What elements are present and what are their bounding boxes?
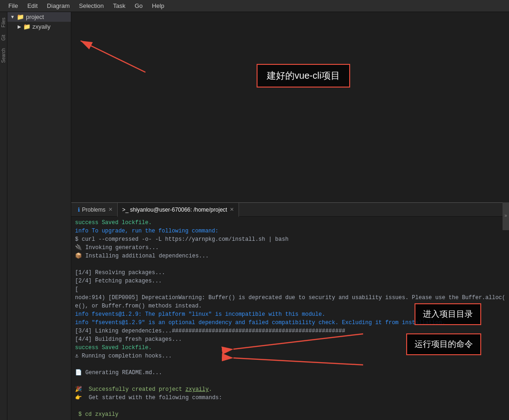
- content-area: 建好的vue-cli项目 ℹ Problems ✕ >_ shiyanlou@u…: [71, 12, 509, 420]
- menu-diagram[interactable]: Diagram: [42, 1, 74, 11]
- tree-item-project[interactable]: ▼ 📁 project: [7, 12, 71, 22]
- expand-arrow-icon: ▼: [10, 14, 15, 19]
- chevron-right-icon: »: [504, 213, 507, 219]
- info-icon: ℹ: [78, 207, 80, 213]
- folder-icon: 📁: [17, 13, 24, 20]
- menu-go[interactable]: Go: [130, 1, 147, 11]
- tree-item-zxyaily[interactable]: ▶ 📁 zxyaily: [7, 22, 71, 31]
- annotation-dir-text: 进入项目目录: [423, 309, 473, 319]
- sidebar-item-git[interactable]: Git: [0, 31, 7, 44]
- terminal-annotation-dir: 进入项目目录: [415, 303, 481, 325]
- tab-terminal[interactable]: >_ shiyanlou@user-670066: /home/project …: [118, 203, 239, 217]
- side-panel-toggle[interactable]: »: [503, 202, 509, 230]
- tab-problems-label: Problems: [82, 207, 106, 213]
- project-label: project: [26, 13, 44, 20]
- menu-task[interactable]: Task: [108, 1, 130, 11]
- main-layout: Files Git Search ▼ 📁 project ▶ 📁 zxyaily: [0, 12, 509, 420]
- sidebar: ▼ 📁 project ▶ 📁 zxyaily: [7, 12, 71, 420]
- terminal-panel: ℹ Problems ✕ >_ shiyanlou@user-670066: /…: [71, 202, 509, 420]
- menu-selection[interactable]: Selection: [74, 1, 108, 11]
- tab-problems-close[interactable]: ✕: [108, 207, 113, 213]
- menu-help[interactable]: Help: [147, 1, 169, 11]
- terminal-content[interactable]: success Saved lockfile.info To upgrade, …: [71, 217, 509, 420]
- tab-terminal-close[interactable]: ✕: [230, 207, 234, 213]
- zxyaily-label: zxyaily: [32, 23, 50, 30]
- editor-area: 建好的vue-cli项目: [71, 12, 509, 202]
- terminal-tabs: ℹ Problems ✕ >_ shiyanlou@user-670066: /…: [71, 203, 509, 217]
- sidebar-item-search[interactable]: Search: [0, 44, 7, 67]
- menu-file[interactable]: File: [4, 1, 23, 11]
- editor-annotation-box: 建好的vue-cli项目: [257, 64, 350, 88]
- tab-terminal-label: >_ shiyanlou@user-670066: /home/project: [122, 207, 227, 213]
- tab-problems[interactable]: ℹ Problems ✕: [73, 203, 118, 217]
- icon-bar: Files Git Search: [0, 12, 7, 420]
- terminal-annotation-run: 运行项目的命令: [406, 333, 481, 355]
- menubar: File Edit Diagram Selection Task Go Help: [0, 0, 509, 12]
- annotation-run-text: 运行项目的命令: [415, 339, 473, 349]
- collapse-arrow-icon: ▶: [18, 24, 21, 29]
- sidebar-item-files[interactable]: Files: [0, 14, 7, 31]
- menu-edit[interactable]: Edit: [23, 1, 42, 11]
- subfolder-icon: 📁: [23, 23, 31, 30]
- editor-annotation-text: 建好的vue-cli项目: [267, 70, 340, 81]
- svg-line-1: [81, 41, 145, 72]
- file-tree: ▼ 📁 project ▶ 📁 zxyaily: [7, 12, 71, 420]
